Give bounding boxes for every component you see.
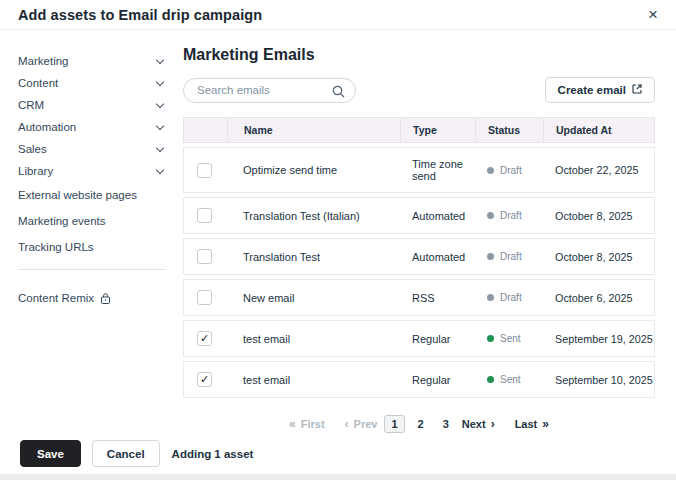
- pagination-page-1[interactable]: 1: [384, 415, 404, 433]
- asset-updated-at: October 6, 2025: [543, 279, 655, 316]
- asset-updated-at: September 19, 2025: [543, 320, 655, 357]
- table-row[interactable]: Optimize send time Time zone send Draft …: [183, 147, 655, 193]
- asset-type: Automated: [400, 197, 475, 234]
- save-button[interactable]: Save: [20, 440, 81, 467]
- table-row[interactable]: ✓ test email Regular Sent September 19, …: [183, 320, 655, 357]
- sidebar-item-tracking-urls[interactable]: Tracking URLs: [18, 234, 166, 260]
- column-header-status: Status: [475, 117, 543, 143]
- row-checkbox[interactable]: [197, 290, 212, 305]
- sidebar-item-label: Marketing: [18, 55, 69, 67]
- row-checkbox[interactable]: [197, 249, 212, 264]
- chevron-down-icon: [156, 143, 164, 151]
- status-badge: Sent: [487, 333, 531, 344]
- asset-name: test email: [227, 361, 400, 398]
- asset-type: Regular: [400, 320, 475, 357]
- asset-updated-at: September 10, 2025: [543, 361, 655, 398]
- pagination-first-button[interactable]: « First: [289, 417, 325, 431]
- sidebar-item-sales[interactable]: Sales: [18, 138, 166, 160]
- status-badge: Draft: [487, 251, 531, 262]
- sidebar-item-content-remix[interactable]: Content Remix: [18, 292, 166, 304]
- sidebar-item-label: Sales: [18, 143, 47, 155]
- pagination-last-button[interactable]: Last »: [515, 417, 549, 431]
- chevron-down-icon: [156, 99, 164, 107]
- asset-type: RSS: [400, 279, 475, 316]
- search-wrap: [183, 78, 356, 103]
- status-badge: Sent: [487, 374, 531, 385]
- pagination-first-label: First: [301, 418, 325, 430]
- table-header: Name Type Status Updated At: [183, 117, 655, 143]
- status-dot-icon: [487, 376, 494, 383]
- table-row[interactable]: Translation Test (Italian) Automated Dra…: [183, 197, 655, 234]
- page-bottom-edge: [0, 474, 676, 480]
- sidebar-item-label: Marketing events: [18, 215, 106, 227]
- pagination-last-label: Last: [515, 418, 538, 430]
- cancel-button[interactable]: Cancel: [92, 440, 160, 467]
- row-checkbox[interactable]: [197, 163, 212, 178]
- sidebar-divider: [18, 269, 166, 270]
- sidebar-item-automation[interactable]: Automation: [18, 116, 166, 138]
- status-badge: Draft: [487, 165, 531, 176]
- asset-name: test email: [227, 320, 400, 357]
- table-row[interactable]: New email RSS Draft October 6, 2025: [183, 279, 655, 316]
- select-column-header: [183, 117, 227, 143]
- pagination-next-label: Next: [462, 418, 486, 430]
- pagination-prev-label: Prev: [354, 418, 378, 430]
- pagination-next-button[interactable]: Next ›: [462, 417, 495, 431]
- external-link-icon: [632, 84, 642, 96]
- create-email-button[interactable]: Create email: [545, 77, 655, 103]
- status-label: Draft: [500, 165, 522, 176]
- asset-name: New email: [227, 279, 400, 316]
- chevron-down-icon: [156, 77, 164, 85]
- assets-table: Name Type Status Updated At Optimize sen…: [183, 113, 655, 402]
- asset-name: Translation Test (Italian): [227, 197, 400, 234]
- sidebar-item-label: Tracking URLs: [18, 241, 94, 253]
- modal-title: Add assets to Email drip campaign: [18, 7, 262, 23]
- status-badge: Draft: [487, 210, 531, 221]
- row-checkbox[interactable]: ✓: [197, 331, 212, 346]
- sidebar-item-label: External website pages: [18, 189, 137, 201]
- chevron-down-icon: [156, 165, 164, 173]
- close-icon[interactable]: ×: [648, 6, 658, 23]
- sidebar-item-label: Automation: [18, 121, 76, 133]
- sidebar-item-crm[interactable]: CRM: [18, 94, 166, 116]
- sidebar-item-library[interactable]: Library: [18, 160, 166, 182]
- status-dot-icon: [487, 212, 494, 219]
- create-email-label: Create email: [558, 84, 626, 96]
- pagination-page-3[interactable]: 3: [437, 416, 455, 432]
- lock-icon: [101, 293, 110, 304]
- status-label: Draft: [500, 210, 522, 221]
- sidebar-item-marketing[interactable]: Marketing: [18, 50, 166, 72]
- main-panel: Marketing Emails Create email Name Type …: [183, 46, 655, 433]
- sidebar-item-external-website-pages[interactable]: External website pages: [18, 182, 166, 208]
- asset-type: Time zone send: [400, 147, 475, 193]
- page-title: Marketing Emails: [183, 46, 655, 64]
- table-row[interactable]: Translation Test Automated Draft October…: [183, 238, 655, 275]
- modal-footer: Save Cancel Adding 1 asset: [20, 440, 253, 467]
- sidebar-item-label: Content Remix: [18, 292, 94, 304]
- search-icon: [332, 84, 345, 102]
- table-body: Optimize send time Time zone send Draft …: [183, 147, 655, 398]
- adding-asset-status: Adding 1 asset: [172, 448, 254, 460]
- sidebar-item-label: Content: [18, 77, 58, 89]
- asset-name: Optimize send time: [227, 147, 400, 193]
- column-header-type: Type: [400, 117, 475, 143]
- chevron-down-icon: [156, 55, 164, 63]
- search-input[interactable]: [183, 78, 356, 103]
- status-label: Draft: [500, 251, 522, 262]
- pagination-prev-button[interactable]: ‹ Prev: [345, 417, 378, 431]
- pagination-page-2[interactable]: 2: [412, 416, 430, 432]
- asset-name: Translation Test: [227, 238, 400, 275]
- asset-updated-at: October 22, 2025: [543, 147, 655, 193]
- pagination: « First ‹ Prev 123 Next › Last »: [183, 415, 655, 433]
- table-row[interactable]: ✓ test email Regular Sent September 10, …: [183, 361, 655, 398]
- row-checkbox[interactable]: ✓: [197, 372, 212, 387]
- double-chevron-right-icon: »: [542, 417, 549, 431]
- chevron-down-icon: [156, 121, 164, 129]
- status-label: Sent: [500, 374, 521, 385]
- chevron-right-icon: ›: [491, 417, 495, 431]
- sidebar-item-content[interactable]: Content: [18, 72, 166, 94]
- asset-updated-at: October 8, 2025: [543, 238, 655, 275]
- row-checkbox[interactable]: [197, 208, 212, 223]
- sidebar-item-marketing-events[interactable]: Marketing events: [18, 208, 166, 234]
- status-dot-icon: [487, 335, 494, 342]
